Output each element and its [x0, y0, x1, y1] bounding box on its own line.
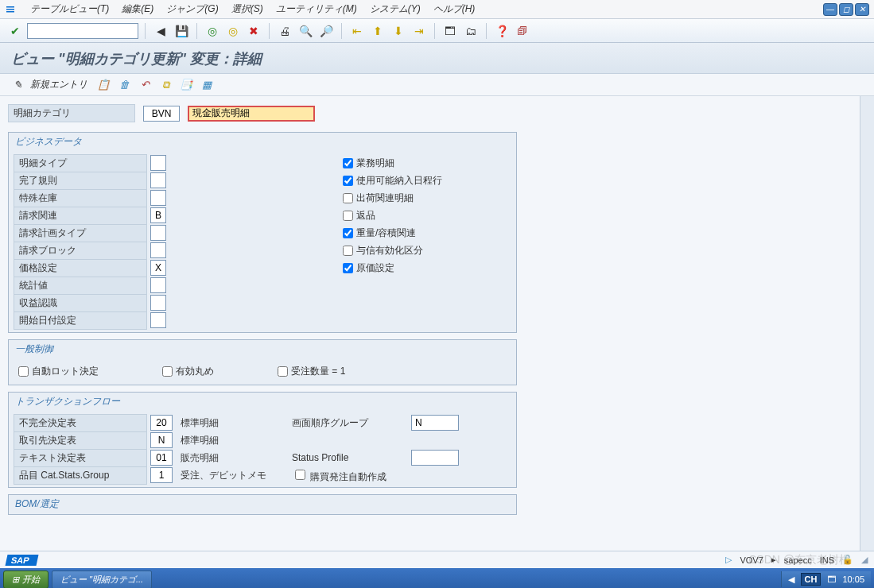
- bus-right-cbx-0[interactable]: [343, 158, 353, 168]
- window-controls: — ◻ ✕: [823, 3, 869, 16]
- back-icon[interactable]: ◀: [152, 22, 169, 40]
- system-menu-icon[interactable]: [3, 2, 17, 17]
- svg-rect-0: [6, 6, 14, 8]
- resize-grip-icon[interactable]: ◢: [861, 555, 868, 565]
- next-page-icon[interactable]: ⬇: [390, 22, 407, 40]
- copy-icon[interactable]: 📋: [95, 77, 111, 93]
- nav-triangle-icon[interactable]: ▷: [725, 555, 732, 565]
- bus-left-input-6[interactable]: [150, 260, 166, 276]
- bus-right-cbx-2[interactable]: [343, 193, 353, 203]
- menu-system[interactable]: システム(Y): [363, 1, 427, 17]
- tf-label-1: 取引先決定表: [14, 431, 147, 450]
- windows-logo-icon: ⊞: [12, 574, 19, 585]
- main-content: 明細カテゴリ ビジネスデータ 明細タイプ完了規則特殊在庫請求関連請求計画タイプ請…: [0, 96, 860, 551]
- bus-left-input-5[interactable]: [150, 242, 166, 258]
- vertical-scrollbar[interactable]: [860, 96, 874, 551]
- group-general-control: 一般制御 自動ロット決定有効丸め受注数量 = 1: [8, 339, 517, 385]
- gen-cbx-0[interactable]: [18, 366, 29, 377]
- bus-left-label-5: 請求ブロック: [14, 242, 147, 260]
- bus-left-input-4[interactable]: [150, 225, 166, 241]
- bus-right-cbx-5[interactable]: [343, 246, 353, 256]
- field-select-icon[interactable]: 📑: [178, 77, 194, 93]
- find-icon[interactable]: 🔍: [297, 22, 314, 40]
- select-icon[interactable]: ⧉: [157, 77, 173, 93]
- page-title: ビュー "明細カテゴリ更新" 変更：詳細: [0, 43, 874, 74]
- last-page-icon[interactable]: ⇥: [410, 22, 428, 40]
- bus-left-input-1[interactable]: [150, 172, 166, 188]
- svg-rect-1: [6, 9, 14, 10]
- stop-icon[interactable]: ✖: [245, 22, 262, 40]
- group-general-title: 一般制御: [9, 340, 516, 358]
- tf-mid-1: 標準明細: [173, 434, 284, 447]
- bus-left-input-9[interactable]: [150, 312, 166, 328]
- table-view-icon[interactable]: ▦: [199, 77, 215, 93]
- item-category-desc[interactable]: [188, 106, 315, 122]
- close-button[interactable]: ✕: [855, 3, 869, 16]
- bus-left-label-9: 開始日付設定: [14, 311, 147, 330]
- gen-label-0: 自動ロット決定: [32, 365, 99, 378]
- toggle-icon[interactable]: ✎: [10, 77, 25, 93]
- bus-right-cbx-4[interactable]: [343, 228, 353, 238]
- item-category-code[interactable]: [143, 106, 180, 122]
- new-entry-label[interactable]: 新規エントリ: [30, 78, 87, 91]
- bus-right-cbx-6[interactable]: [343, 263, 353, 273]
- layout-icon[interactable]: 🗂: [462, 22, 480, 40]
- status-end-icon[interactable]: 🔓: [842, 555, 853, 565]
- task-app-label: ビュー "明細カテゴ...: [60, 574, 143, 584]
- menu-help[interactable]: ヘルプ(H): [427, 1, 482, 17]
- exit-icon[interactable]: ◎: [204, 22, 221, 40]
- tf-input-2[interactable]: [150, 450, 173, 466]
- bus-left-input-0[interactable]: [150, 155, 166, 171]
- gen-cbx-1[interactable]: [162, 366, 173, 377]
- tf-rcbx-3[interactable]: [295, 470, 305, 480]
- bus-left-label-6: 価格設定: [14, 259, 147, 277]
- tf-input-3[interactable]: [150, 467, 173, 483]
- group-business-title: ビジネスデータ: [9, 133, 516, 151]
- customize-icon[interactable]: 🗊: [514, 22, 531, 40]
- bus-right-cbx-1[interactable]: [343, 176, 353, 186]
- new-session-icon[interactable]: 🗔: [441, 22, 459, 40]
- tray-arrow-icon[interactable]: ◀: [788, 574, 794, 585]
- maximize-button[interactable]: ◻: [839, 3, 853, 16]
- cancel-icon[interactable]: ◎: [224, 22, 242, 40]
- tray-icon[interactable]: 🗔: [827, 574, 836, 584]
- undo-icon[interactable]: ↶: [137, 77, 153, 93]
- bus-left-input-2[interactable]: [150, 190, 166, 206]
- group-transaction-title: トランザクションフロー: [9, 393, 516, 411]
- delete-icon[interactable]: 🗑: [116, 77, 132, 93]
- start-button[interactable]: ⊞ 开始: [3, 571, 49, 589]
- sap-logo: SAP: [6, 555, 39, 566]
- find-next-icon[interactable]: 🔎: [317, 22, 335, 40]
- taskbar-app[interactable]: ビュー "明細カテゴ...: [52, 571, 152, 589]
- gen-label-2: 受注数量 = 1: [291, 365, 345, 378]
- tf-input-0[interactable]: [150, 415, 173, 431]
- tf-label-0: 不完全決定表: [14, 414, 147, 432]
- menu-edit[interactable]: 編集(E): [115, 1, 160, 17]
- tf-rinput-2[interactable]: [411, 450, 459, 466]
- menu-select[interactable]: 選択(S): [225, 1, 270, 17]
- bus-right-cbx-3[interactable]: [343, 211, 353, 221]
- item-category-label: 明細カテゴリ: [8, 104, 135, 122]
- tf-mid-0: 標準明細: [173, 416, 284, 430]
- command-field[interactable]: [27, 23, 138, 39]
- menu-jump[interactable]: ジャンプ(G): [160, 1, 224, 17]
- ime-indicator[interactable]: CH: [801, 573, 822, 586]
- print-icon[interactable]: 🖨: [276, 22, 293, 40]
- bus-left-label-4: 請求計画タイプ: [14, 224, 147, 242]
- first-page-icon[interactable]: ⇤: [348, 22, 366, 40]
- save-icon[interactable]: 💾: [173, 22, 190, 40]
- minimize-button[interactable]: —: [823, 3, 837, 16]
- menu-utility[interactable]: ユーティリティ(M): [270, 1, 363, 17]
- tf-input-1[interactable]: [150, 432, 173, 448]
- help-icon[interactable]: ❓: [493, 22, 511, 40]
- bus-left-input-8[interactable]: [150, 295, 166, 311]
- gen-cbx-2[interactable]: [278, 366, 288, 377]
- bus-left-input-7[interactable]: [150, 277, 166, 293]
- tf-rinput-0[interactable]: [411, 415, 459, 431]
- prev-page-icon[interactable]: ⬆: [369, 22, 387, 40]
- start-label: 开始: [22, 574, 40, 586]
- gen-label-1: 有効丸め: [176, 365, 214, 378]
- enter-icon[interactable]: ✔: [6, 22, 24, 40]
- menu-table-view[interactable]: テーブルビュー(T): [24, 1, 115, 17]
- bus-left-input-3[interactable]: [150, 207, 166, 223]
